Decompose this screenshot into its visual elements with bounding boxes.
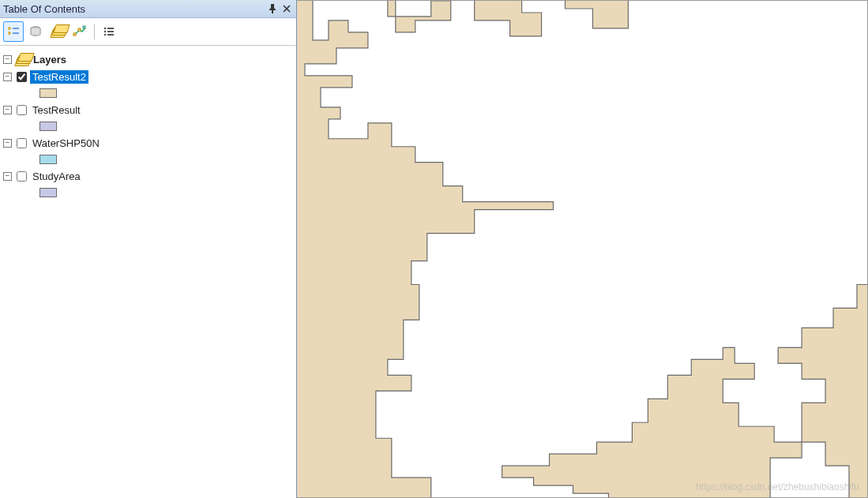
svg-rect-9 [107,28,114,29]
svg-rect-1 [13,32,19,34]
map-view[interactable]: https://blog.csdn.net/zhebushibiaoshifu [297,0,868,498]
options-button[interactable] [99,21,119,42]
expand-toggle[interactable]: − [3,172,12,181]
layer-visibility-checkbox[interactable] [17,171,27,182]
svg-rect-5 [83,26,85,28]
list-by-visibility-button[interactable] [47,21,68,42]
svg-point-6 [104,28,107,30]
svg-rect-4 [78,28,81,31]
toc-titlebar[interactable]: Table Of Contents [0,0,296,18]
layers-icon [15,54,28,65]
layer-visibility-checkbox[interactable] [17,138,27,148]
layer-label[interactable]: WaterSHP50N [30,137,102,150]
toc-toolbar [0,18,296,46]
layers-root-row[interactable]: − Layers [3,51,293,68]
layers-root-label[interactable]: Layers [31,53,69,66]
svg-rect-0 [13,28,19,29]
close-icon[interactable] [280,2,293,15]
svg-rect-11 [107,34,114,36]
layer-visibility-checkbox[interactable] [17,105,27,115]
toolbar-separator [94,24,95,39]
expand-toggle[interactable]: − [3,55,12,64]
layer-label[interactable]: StudyArea [30,170,83,183]
layers-tree[interactable]: − Layers −TestResult2−TestResult−WaterSH… [0,46,296,498]
expand-toggle[interactable]: − [3,106,12,114]
layer-symbol-row[interactable] [3,152,293,167]
pin-icon[interactable] [266,2,279,15]
layer-row[interactable]: −StudyArea [3,167,293,185]
list-by-drawing-order-button[interactable] [3,21,24,42]
layer-symbol-row[interactable] [3,185,293,200]
layer-swatch[interactable] [39,88,57,98]
table-of-contents-panel: Table Of Contents [0,0,297,498]
layer-swatch[interactable] [39,188,57,197]
svg-rect-3 [73,33,76,36]
layer-row[interactable]: −WaterSHP50N [3,134,293,152]
expand-toggle[interactable]: − [3,73,12,81]
svg-rect-10 [107,31,114,32]
svg-point-8 [104,34,107,36]
layer-row[interactable]: −TestResult2 [3,68,293,85]
layer-visibility-checkbox[interactable] [17,72,27,82]
layer-row[interactable]: −TestResult [3,101,293,118]
layer-swatch[interactable] [39,155,57,164]
map-canvas [297,1,867,498]
layer-symbol-row[interactable] [3,118,293,134]
layer-symbol-row[interactable] [3,85,293,101]
expand-toggle[interactable]: − [3,139,12,148]
layer-label[interactable]: TestResult2 [30,70,88,84]
svg-point-7 [104,31,107,33]
list-by-selection-button[interactable] [70,21,90,42]
layer-label[interactable]: TestResult [30,103,83,117]
list-by-source-button[interactable] [25,21,46,42]
layer-swatch[interactable] [39,122,57,131]
toc-title: Table Of Contents [3,3,265,15]
